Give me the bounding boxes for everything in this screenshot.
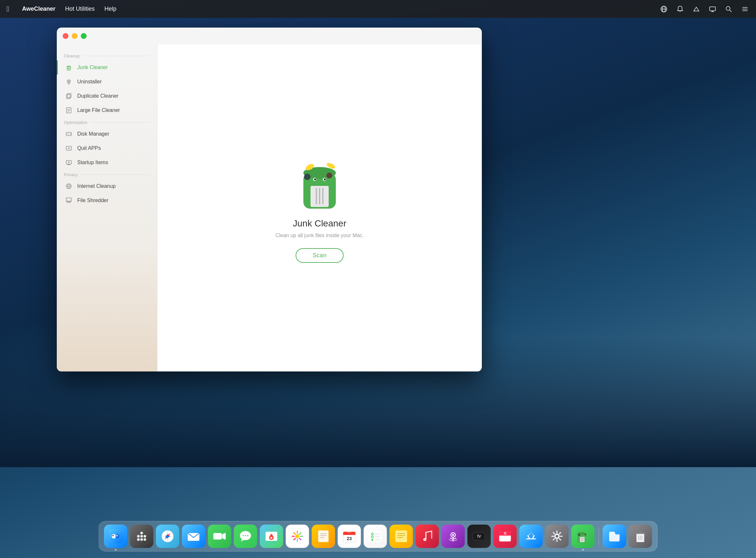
dock-item-music[interactable] — [415, 525, 439, 548]
svg-text:tv: tv — [477, 533, 481, 538]
svg-rect-81 — [213, 533, 222, 539]
sidebar-item-disk-manager[interactable]: Disk Manager — [57, 127, 157, 141]
svg-point-145 — [578, 534, 580, 536]
search-icon[interactable] — [724, 4, 733, 14]
svg-rect-23 — [67, 94, 70, 99]
finder-dot — [115, 549, 117, 551]
svg-point-85 — [243, 535, 244, 536]
svg-line-97 — [300, 533, 301, 534]
dock-item-awecleaner[interactable] — [571, 525, 595, 548]
main-app-subtitle: Clean up all junk files inside your Mac. — [275, 233, 364, 238]
menubar:  AweCleaner Hot Utilities Help — [0, 0, 756, 18]
svg-line-98 — [294, 538, 296, 540]
dock-item-news[interactable]: N — [494, 525, 517, 548]
svg-point-68 — [137, 535, 140, 537]
dock-item-finder[interactable] — [104, 525, 127, 548]
svg-point-130 — [556, 535, 558, 537]
dock-item-systemprefs[interactable] — [546, 525, 569, 548]
menubar-help[interactable]: Help — [104, 5, 117, 12]
main-content: Junk Cleaner Clean up all junk files ins… — [157, 45, 482, 372]
dock-item-safari[interactable] — [156, 525, 179, 548]
quit-apps-icon — [65, 144, 73, 152]
awecleaner-dot — [582, 549, 584, 551]
sidebar-item-startup-items[interactable]: Startup Items — [57, 155, 157, 170]
dock-item-files[interactable] — [603, 525, 626, 548]
menubar-right-icons — [659, 4, 750, 14]
quit-apps-label: Quit APPs — [77, 145, 101, 151]
menu-icon[interactable] — [740, 4, 750, 14]
minimize-button[interactable] — [72, 33, 78, 39]
svg-rect-115 — [396, 530, 407, 542]
svg-point-57 — [326, 173, 332, 178]
svg-point-56 — [304, 174, 310, 180]
svg-point-60 — [314, 178, 316, 180]
internet-cleanup-icon — [65, 182, 73, 190]
dock-item-mail[interactable] — [182, 525, 205, 548]
dock-item-messages[interactable] — [234, 525, 257, 548]
svg-point-71 — [137, 538, 140, 541]
sidebar-item-quit-apps[interactable]: Quit APPs — [57, 141, 157, 155]
cast-icon[interactable] — [692, 4, 701, 14]
svg-point-38 — [68, 161, 70, 163]
notification-icon[interactable] — [676, 4, 685, 14]
svg-point-63 — [112, 534, 116, 538]
svg-marker-3 — [694, 7, 699, 11]
main-app-title: Junk Cleaner — [293, 218, 347, 229]
dock-item-calendar[interactable]: NOV 23 — [338, 525, 361, 548]
duplicate-cleaner-label: Duplicate Cleaner — [77, 93, 119, 99]
junk-cleaner-label: Junk Cleaner — [77, 65, 108, 70]
svg-point-86 — [245, 535, 246, 536]
disk-manager-icon — [65, 130, 73, 138]
svg-rect-108 — [370, 530, 381, 542]
svg-marker-82 — [222, 533, 226, 540]
dock-item-reminders[interactable] — [364, 525, 387, 548]
large-file-cleaner-label: Large File Cleaner — [77, 107, 120, 113]
dock-item-facetime[interactable] — [208, 525, 231, 548]
sidebar-item-internet-cleanup[interactable]: Internet Cleanup — [57, 179, 157, 193]
sidebar-section-optimization: Optimization — [57, 118, 157, 127]
svg-point-121 — [452, 534, 454, 536]
svg-line-138 — [553, 538, 555, 540]
dock-item-photos[interactable] — [286, 525, 309, 548]
dock-item-notes[interactable] — [312, 525, 335, 548]
dock-item-podcasts[interactable] — [442, 525, 465, 548]
menubar-app-name[interactable]: AweCleaner — [22, 5, 55, 12]
dock-item-appstore[interactable] — [520, 525, 543, 548]
sidebar-item-file-shredder[interactable]: File Shredder — [57, 193, 157, 208]
svg-rect-99 — [318, 530, 329, 542]
sidebar-item-duplicate-cleaner[interactable]: Duplicate Cleaner — [57, 89, 157, 103]
svg-point-30 — [70, 134, 71, 135]
display-icon[interactable] — [708, 4, 717, 14]
svg-line-95 — [294, 533, 296, 534]
file-shredder-label: File Shredder — [77, 198, 108, 203]
sidebar-item-junk-cleaner[interactable]: Junk Cleaner — [57, 60, 157, 75]
svg-point-146 — [585, 534, 586, 536]
svg-point-65 — [112, 535, 114, 536]
svg-point-70 — [144, 535, 146, 537]
dock-item-maps[interactable] — [260, 525, 283, 548]
dock-item-launchpad[interactable] — [130, 525, 153, 548]
sidebar-item-uninstaller[interactable]: Uninstaller — [57, 75, 157, 89]
svg-point-66 — [117, 535, 118, 536]
dock-item-trash[interactable] — [629, 525, 652, 548]
svg-line-137 — [559, 533, 561, 534]
dock-item-notepad[interactable] — [390, 525, 413, 548]
sidebar: Cleanup Junk Cleaner — [57, 45, 157, 372]
scan-button[interactable]: Scan — [296, 248, 343, 263]
uninstaller-label: Uninstaller — [77, 79, 102, 85]
menubar-hot-utilities[interactable]: Hot Utilities — [65, 5, 95, 12]
duplicate-cleaner-icon — [65, 92, 73, 100]
close-button[interactable] — [62, 33, 69, 39]
maximize-button[interactable] — [81, 33, 86, 39]
svg-text:N: N — [504, 532, 506, 535]
svg-rect-47 — [66, 201, 71, 202]
sidebar-item-large-file-cleaner[interactable]: Large File Cleaner — [57, 103, 157, 118]
svg-line-135 — [553, 533, 555, 534]
apple-menu[interactable]:  — [6, 5, 9, 13]
svg-point-113 — [372, 539, 374, 541]
svg-point-61 — [324, 178, 326, 180]
globe-icon[interactable] — [659, 4, 669, 14]
svg-point-69 — [141, 535, 143, 537]
dock-item-tv[interactable]: tv — [468, 525, 491, 548]
uninstaller-icon — [65, 78, 73, 86]
